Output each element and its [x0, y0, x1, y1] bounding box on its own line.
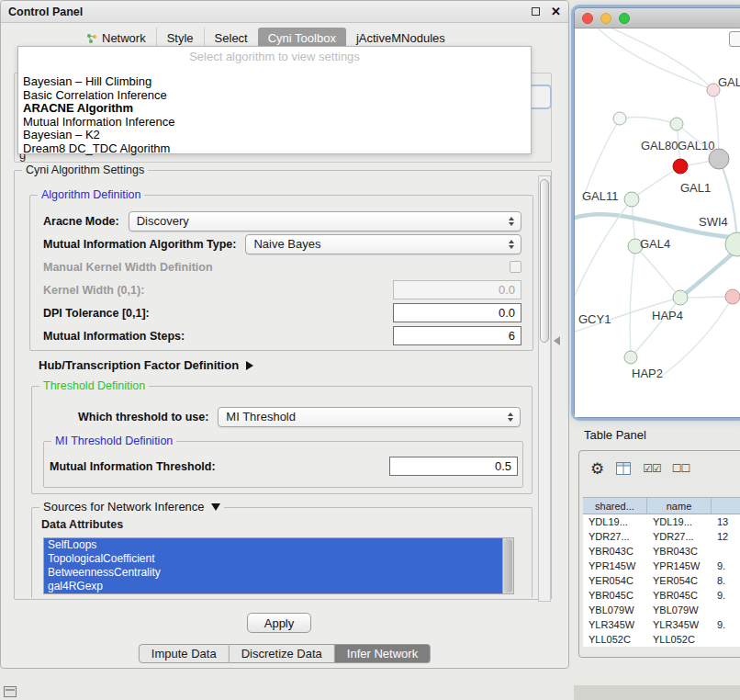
table-cell[interactable]: YDL19... [583, 514, 647, 529]
list-scrollbar[interactable] [502, 538, 513, 593]
dropdown-option[interactable]: Bayesian – Hill Climbing [18, 75, 531, 89]
tab-impute-data[interactable]: Impute Data [139, 644, 230, 663]
table-cell[interactable]: YDL19... [647, 514, 712, 529]
overview-toggle[interactable] [729, 31, 740, 47]
table-row: YBR043CYBR043C [583, 544, 740, 559]
table-cell[interactable]: YDR27... [647, 529, 712, 544]
table-cell[interactable]: 8. [712, 573, 740, 588]
node-hap4[interactable] [673, 290, 688, 305]
settings-scrollbar[interactable] [538, 175, 551, 602]
table-cell[interactable]: YBR043C [647, 544, 712, 559]
node-pink-right[interactable] [725, 289, 740, 304]
close-icon[interactable]: ✕ [551, 6, 561, 17]
table-cell[interactable]: YLR345W [647, 617, 712, 632]
table-row: YLL052CYLL052C [583, 632, 740, 647]
dropdown-option[interactable]: Dream8 DC_TDC Algorithm [18, 142, 531, 156]
minimize-traffic-light[interactable] [600, 13, 611, 24]
control-panel-titlebar[interactable]: Control Panel ✕ [1, 1, 568, 23]
attribute-item[interactable]: BetweennessCentrality [44, 566, 502, 580]
mi-steps-label: Mutual Information Steps: [43, 330, 185, 343]
table-panel-window: ⚙ ☑☑ ☐☐ shared... name YDL19...YDL19...1… [578, 450, 740, 658]
table-cell[interactable]: YLL052C [583, 632, 647, 647]
mi-threshold-label: Mutual Information Threshold: [50, 460, 216, 473]
table-cell[interactable]: 9. [712, 559, 740, 573]
zoom-traffic-light[interactable] [619, 13, 630, 24]
node-label: SWI4 [699, 215, 728, 229]
kernel-width-input[interactable] [393, 280, 521, 299]
list-scrollbar-thumb[interactable] [504, 539, 512, 593]
table-cell[interactable]: YPR145W [583, 559, 647, 573]
table-cell[interactable] [712, 632, 740, 647]
table-cell[interactable]: 12 [712, 529, 740, 544]
table-row: YBL079WYBL079W [583, 603, 740, 617]
table-cell[interactable]: YER054C [647, 573, 712, 588]
gear-icon[interactable]: ⚙ [590, 461, 604, 477]
tab-infer-network[interactable]: Infer Network [335, 644, 431, 663]
dropdown-placeholder: Select algorithm to view settings [18, 50, 531, 65]
manual-kernel-width-checkbox[interactable] [510, 261, 521, 273]
table-cell[interactable]: 13 [712, 514, 740, 529]
data-attributes-list[interactable]: SelfLoops TopologicalCoefficient Between… [43, 537, 514, 594]
aracne-mode-select[interactable]: Discovery [129, 211, 521, 231]
control-panel-title: Control Panel [8, 6, 83, 18]
node-hap2[interactable] [624, 351, 637, 364]
table-cell[interactable]: YER054C [583, 573, 647, 588]
network-view-window: GAL80 GAL10 GAL1 GAL11 SWI4 GAL4 HAP4 GC… [574, 7, 740, 418]
dpi-tolerance-input[interactable] [393, 303, 521, 322]
table-cell[interactable]: YBR045C [583, 588, 647, 603]
node-label: GAL11 [582, 189, 619, 203]
node-label: HAP2 [632, 367, 663, 380]
attribute-item[interactable]: TopologicalCoefficient [44, 552, 502, 566]
table-cell[interactable]: YBL079W [583, 603, 647, 617]
node-label: GAL4 [640, 237, 670, 251]
columns-icon[interactable] [615, 460, 632, 477]
table-cell[interactable]: YBR043C [583, 544, 647, 559]
sources-expander[interactable]: Sources for Network Inference [39, 501, 224, 514]
hub-transcription-factor-expander[interactable]: Hub/Transcription Factor Definition [39, 358, 253, 372]
column-header[interactable]: shared... [583, 498, 647, 514]
mi-threshold-input[interactable] [389, 457, 518, 476]
network-canvas[interactable]: GAL80 GAL10 GAL1 GAL11 SWI4 GAL4 HAP4 GC… [575, 28, 740, 417]
table-cell[interactable] [712, 603, 740, 617]
mi-algorithm-type-label: Mutual Information Algorithm Type: [43, 238, 236, 251]
table-cell[interactable]: YBR045C [647, 588, 712, 603]
node-gal11[interactable] [624, 192, 639, 207]
network-window-titlebar[interactable] [575, 8, 740, 28]
dropdown-option[interactable]: Basic Correlation Inference [18, 89, 531, 103]
float-window-icon[interactable] [532, 7, 540, 16]
table-panel-title: Table Panel [584, 428, 646, 442]
manual-kernel-width-label: Manual Kernel Width Definition [43, 261, 213, 274]
mi-steps-input[interactable] [393, 326, 521, 345]
panel-corner-icon[interactable] [4, 686, 17, 697]
node-gal80[interactable] [670, 118, 683, 130]
table-cell[interactable]: 9. [712, 617, 740, 632]
table-cell[interactable]: YPR145W [647, 559, 712, 573]
dropdown-option[interactable]: Mutual Information Inference [18, 116, 531, 130]
attribute-item[interactable]: SelfLoops [44, 538, 502, 552]
column-header[interactable]: name [647, 498, 712, 514]
dropdown-option[interactable]: Bayesian – K2 [18, 129, 531, 142]
select-all-columns-icon[interactable]: ☑☑ [643, 462, 661, 475]
table-cell[interactable]: YBL079W [647, 603, 712, 617]
splitter-collapse-arrow[interactable] [554, 336, 560, 345]
which-threshold-select[interactable]: MI Threshold [218, 407, 521, 427]
table-cell[interactable]: YDR27... [583, 529, 647, 544]
apply-button[interactable]: Apply [247, 613, 311, 633]
table-cell[interactable] [712, 544, 740, 559]
close-traffic-light[interactable] [582, 13, 593, 24]
dropdown-option-selected[interactable]: ARACNE Algorithm [18, 102, 531, 116]
table-cell[interactable]: 9. [712, 588, 740, 603]
node-gal1-selected[interactable] [673, 159, 688, 174]
table-cell[interactable]: YLR345W [583, 617, 647, 632]
deselect-all-columns-icon[interactable]: ☐☐ [672, 462, 690, 475]
column-header[interactable] [712, 498, 740, 514]
node-small[interactable] [613, 112, 626, 125]
table-cell[interactable]: YLL052C [647, 632, 712, 647]
table-row: YER054CYER054C8. [583, 573, 740, 588]
mi-algorithm-type-select[interactable]: Naive Bayes [245, 234, 521, 254]
network-graph: GAL80 GAL10 GAL1 GAL11 SWI4 GAL4 HAP4 GC… [575, 28, 740, 417]
aracne-mode-label: Aracne Mode: [43, 215, 119, 228]
attribute-item[interactable]: gal4RGexp [44, 580, 502, 593]
tab-discretize-data[interactable]: Discretize Data [230, 644, 335, 663]
settings-scrollbar-thumb[interactable] [540, 179, 549, 343]
